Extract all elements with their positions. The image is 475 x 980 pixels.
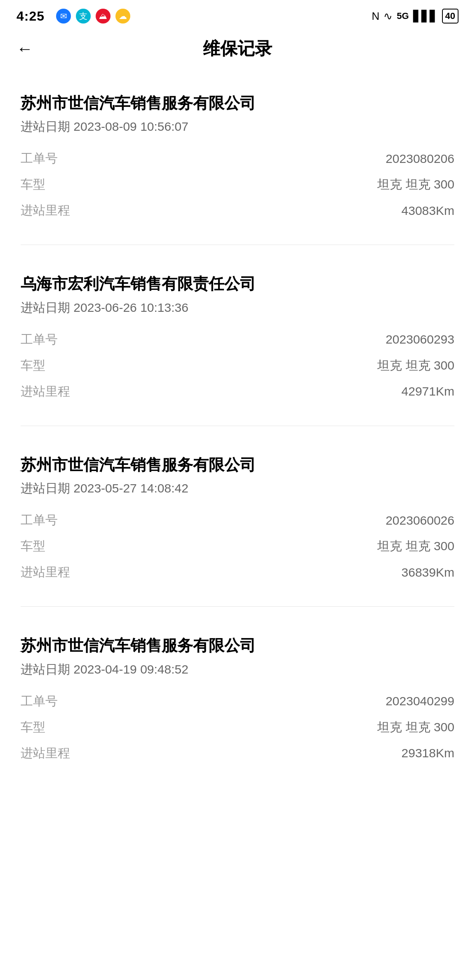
field-value: 29318Km [402,746,454,760]
records-list: 苏州市世信汽车销售服务有限公司进站日期 2023-08-09 10:56:07工… [0,73,475,800]
app-icon-weather: ☁ [115,9,130,24]
info-row: 进站里程36839Km [21,564,454,581]
info-row: 车型坦克 坦克 300 [21,357,454,374]
spacer [21,430,454,443]
field-value: 坦克 坦克 300 [377,176,454,193]
status-app-icons: ✉ 支 ⛰ ☁ [56,9,130,24]
field-label: 车型 [21,719,45,736]
status-time: 4:25 [16,9,45,24]
spacer [21,611,454,623]
field-label: 工单号 [21,331,58,348]
field-value: 42971Km [402,384,454,398]
status-system-icons: N ∿ 5G ▋▋▋ 40 [372,9,459,24]
app-icon-messages: ✉ [56,9,71,24]
field-label: 进站里程 [21,202,70,219]
field-value: 2023060026 [386,514,454,528]
info-row: 进站里程29318Km [21,745,454,762]
field-label: 工单号 [21,150,58,167]
field-label: 工单号 [21,693,58,710]
field-value: 坦克 坦克 300 [377,719,454,736]
field-label: 车型 [21,176,45,193]
field-label: 工单号 [21,512,58,529]
record-card: 苏州市世信汽车销售服务有限公司进站日期 2023-08-09 10:56:07工… [21,81,454,245]
field-value: 2023040299 [386,694,454,708]
spacer [21,249,454,261]
field-label: 车型 [21,538,45,555]
info-row: 进站里程43083Km [21,202,454,219]
record-card: 苏州市世信汽车销售服务有限公司进站日期 2023-05-27 14:08:42工… [21,443,454,607]
info-row: 车型坦克 坦克 300 [21,538,454,555]
company-name: 乌海市宏利汽车销售有限责任公司 [21,274,454,294]
wifi-icon: ∿ [383,10,393,23]
info-row: 工单号2023060293 [21,331,454,348]
status-bar: 4:25 ✉ 支 ⛰ ☁ N ∿ 5G ▋▋▋ 40 [0,0,475,29]
signal-bars-icon: ▋▋▋ [413,10,438,23]
info-row: 工单号2023080206 [21,150,454,167]
entry-date: 进站日期 2023-06-26 10:13:36 [21,299,454,316]
field-label: 进站里程 [21,745,70,762]
entry-date: 进站日期 2023-04-19 09:48:52 [21,661,454,678]
app-icon-alipay: 支 [76,9,91,24]
field-value: 2023080206 [386,152,454,166]
field-label: 进站里程 [21,564,70,581]
info-row: 车型坦克 坦克 300 [21,176,454,193]
field-value: 坦克 坦克 300 [377,357,454,374]
record-card: 苏州市世信汽车销售服务有限公司进站日期 2023-04-19 09:48:52工… [21,623,454,787]
field-value: 36839Km [402,565,454,580]
back-button[interactable]: ← [16,40,33,58]
info-row: 工单号2023060026 [21,512,454,529]
page-title: 维保记录 [203,37,272,60]
field-label: 进站里程 [21,383,70,400]
info-row: 进站里程42971Km [21,383,454,400]
entry-date: 进站日期 2023-08-09 10:56:07 [21,118,454,135]
entry-date: 进站日期 2023-05-27 14:08:42 [21,480,454,497]
info-row: 工单号2023040299 [21,693,454,710]
app-icon-netease: ⛰ [96,9,111,24]
field-value: 43083Km [402,204,454,218]
field-label: 车型 [21,357,45,374]
nfc-icon: N [372,10,379,23]
company-name: 苏州市世信汽车销售服务有限公司 [21,455,454,475]
info-row: 车型坦克 坦克 300 [21,719,454,736]
battery-icon: 40 [442,9,459,24]
company-name: 苏州市世信汽车销售服务有限公司 [21,93,454,113]
company-name: 苏州市世信汽车销售服务有限公司 [21,636,454,656]
record-card: 乌海市宏利汽车销售有限责任公司进站日期 2023-06-26 10:13:36工… [21,261,454,426]
field-value: 2023060293 [386,332,454,346]
network-icon: 5G [397,11,409,21]
field-value: 坦克 坦克 300 [377,538,454,555]
header: ← 维保记录 [0,29,475,73]
